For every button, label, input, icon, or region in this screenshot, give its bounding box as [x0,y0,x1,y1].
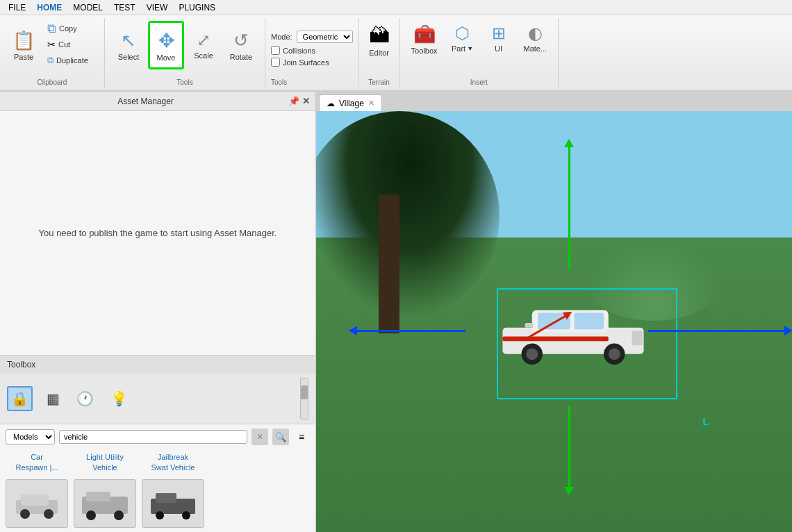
move-label: Move [157,53,176,62]
paste-icon [13,29,35,51]
rotate-button[interactable]: ↺ Rotate [223,21,259,69]
menu-plugins[interactable]: PLUGINS [173,1,221,14]
scale-button[interactable]: ⤢ Scale [185,21,222,69]
menu-view[interactable]: VIEW [141,1,174,14]
search-input[interactable] [59,430,247,444]
category-select[interactable]: Models Plugins [6,429,55,444]
mode-select[interactable]: Geometric Physical [297,31,353,43]
svg-rect-15 [575,313,604,329]
duplicate-button[interactable]: ⧉ Duplicate [43,53,99,68]
pin-button[interactable]: 📌 [288,96,299,106]
village-tab[interactable]: ☁ Village ✕ [319,94,382,111]
toolbox-label: Toolbox [411,47,438,55]
part-button[interactable]: ⬡ Part ▼ [446,21,479,56]
scene: L [316,111,792,532]
close-asset-manager-button[interactable]: ✕ [302,96,310,106]
tools-mode-label: Tools [271,78,287,86]
viewport: ☁ Village ✕ [316,92,792,532]
cut-button[interactable]: ✂ Cut [43,37,99,52]
move-button[interactable]: ✥ Move [148,21,184,69]
arrow-right [648,330,787,332]
toolbox-icon-tabs: 🔒 ▦ 🕐 💡 [0,374,315,424]
svg-point-3 [44,509,53,519]
thumb-light-utility[interactable] [74,479,136,528]
toolbox-tab-lock[interactable]: 🔒 [7,386,33,411]
tools-group: ↖ Select ✥ Move ⤢ Scale ↺ Rotate Tools [105,18,265,88]
part-icon: ⬡ [455,24,470,43]
mode-row: Mode: Geometric Physical [271,31,353,43]
paste-button[interactable]: Paste [6,21,42,69]
collisions-row: Collisions [271,46,353,55]
toolbox-search-row: Models Plugins ✕ 🔍 ≡ [0,424,315,449]
menu-file[interactable]: FILE [3,1,31,14]
toolbox-tab-clock[interactable]: 🕐 [74,388,97,410]
scale-icon: ⤢ [197,31,211,50]
asset-manager-header: Asset Manager 📌 ✕ [0,92,315,111]
join-surfaces-checkbox[interactable] [271,58,280,67]
menu-model[interactable]: MODEL [67,1,108,14]
result-car[interactable]: CarRespawn |... [6,452,68,472]
svg-point-11 [182,511,190,519]
part-label: Part ▼ [452,44,473,53]
scale-label: Scale [194,51,213,60]
clipboard-group-label: Clipboard [38,78,67,86]
result-jailbreak[interactable]: JailbreakSwat Vehicle [142,452,204,472]
thumb-swat[interactable] [142,479,204,528]
select-icon: ↖ [121,30,136,51]
svg-point-10 [156,511,164,519]
toolbox-title: Toolbox [7,360,35,369]
svg-rect-1 [21,494,49,506]
close-tab-button[interactable]: ✕ [368,99,374,108]
search-button[interactable]: 🔍 [272,429,289,445]
toolbox-tab-grid[interactable]: ▦ [44,388,63,410]
tab-bar: ☁ Village ✕ [316,92,792,111]
ui-button[interactable]: ⊞ UI [482,21,515,56]
terrain-editor-icon: 🏔 [369,24,390,47]
clipboard-group: Paste Copy ✂ Cut ⧉ Duplicate Clipboard [0,18,105,88]
asset-manager-content: You need to publish the game to start us… [0,111,315,355]
toolbox-button[interactable]: 🧰 Toolbox [406,21,443,58]
thumb-car[interactable] [6,479,68,528]
select-label: Select [118,53,140,61]
toolbox-tab-bulb[interactable]: 💡 [108,388,131,410]
menu-test[interactable]: TEST [108,1,141,14]
menu-bar: FILE HOME MODEL TEST VIEW PLUGINS [0,0,792,15]
move-icon: ✥ [158,29,174,52]
material-label: Mate... [524,44,547,53]
filter-button[interactable]: ≡ [293,429,310,445]
collisions-checkbox[interactable] [271,46,280,55]
svg-rect-22 [525,323,534,328]
toolbox-results: CarRespawn |... Light UtilityVehicle Jai… [0,449,315,475]
svg-point-17 [527,348,538,360]
tab-cloud-icon: ☁ [327,99,335,108]
corner-marker: L [702,416,709,427]
mode-group: Mode: Geometric Physical Collisions Join… [265,18,359,88]
rotate-label: Rotate [230,53,252,61]
toolbox-thumbnails [0,475,315,532]
editor-label: Editor [369,49,389,57]
left-panel: Asset Manager 📌 ✕ You need to publish th… [0,92,316,532]
clipboard-items: Paste Copy ✂ Cut ⧉ Duplicate [6,18,99,76]
collisions-label: Collisions [283,47,315,55]
copy-icon [47,22,56,36]
insert-group: 🧰 Toolbox ⬡ Part ▼ ⊞ UI ◐ Mate... Insert [400,18,559,88]
arrow-down [568,406,570,490]
menu-home[interactable]: HOME [31,1,67,14]
svg-point-7 [114,510,124,520]
insert-row: 🧰 Toolbox ⬡ Part ▼ ⊞ UI ◐ Mate... [406,21,553,58]
svg-point-6 [86,510,96,520]
clear-search-button[interactable]: ✕ [251,429,268,445]
material-button[interactable]: ◐ Mate... [518,21,553,56]
svg-point-2 [20,509,30,519]
cut-label: Cut [58,40,70,49]
result-light-utility[interactable]: Light UtilityVehicle [74,452,136,472]
editor-button[interactable]: 🏔 Editor [365,21,394,60]
tree-shape [316,111,500,319]
ribbon: Paste Copy ✂ Cut ⧉ Duplicate Clipboard [0,15,792,92]
ui-label: UI [495,44,502,53]
tools-items: ↖ Select ✥ Move ⤢ Scale ↺ Rotate [110,18,259,76]
toolbox-section: Toolbox 🔒 ▦ 🕐 💡 Models Plugins [0,355,315,532]
select-button[interactable]: ↖ Select [110,21,147,69]
copy-button[interactable]: Copy [43,21,99,36]
village-tab-label: Village [339,99,364,108]
